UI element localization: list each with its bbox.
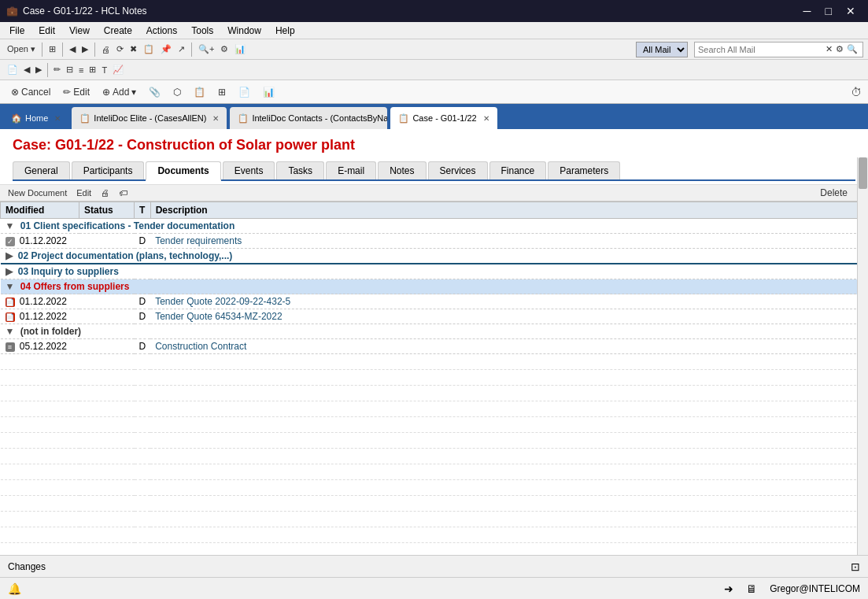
sep2 — [62, 43, 63, 57]
tool3-button[interactable]: 📊 — [232, 43, 248, 55]
table-row-tq1[interactable]: 📄 01.12.2022 D Tender Quote 2022-09-22-4… — [1, 294, 868, 309]
menu-create[interactable]: Create — [98, 24, 139, 38]
menu-edit[interactable]: Edit — [32, 24, 61, 38]
case-tab-close[interactable]: ✕ — [483, 114, 489, 123]
attach-icon: 📎 — [149, 87, 161, 98]
tab-email[interactable]: E-mail — [326, 161, 376, 179]
copy-doc-button[interactable]: 📋 — [189, 85, 210, 99]
tab-participants[interactable]: Participants — [72, 161, 145, 179]
table-row-contract[interactable]: ≡ 05.12.2022 D Construction Contract — [1, 339, 868, 354]
open-button[interactable]: Open ▾ — [5, 43, 38, 55]
forward-button[interactable]: ▶ — [79, 43, 90, 55]
search-go-button[interactable]: 🔍 — [845, 44, 859, 54]
back-button[interactable]: ◀ — [67, 43, 78, 55]
action-bar: ⊗ Cancel ✏ Edit ⊕ Add ▾ 📎 ⬡ 📋 ⊞ 📄 📊 ⏱ — [0, 80, 868, 104]
menu-window[interactable]: Window — [221, 24, 268, 38]
tb2-arrow-right-button[interactable]: ▶ — [33, 64, 44, 76]
cancel-button[interactable]: ⊗ Cancel — [6, 85, 55, 99]
table-row-tender-req[interactable]: ✓ 01.12.2022 D Tender requirements — [1, 234, 868, 249]
cell-type-tq2: D — [135, 309, 151, 324]
maximize-button[interactable]: □ — [819, 3, 838, 19]
folder-row-04[interactable]: ▼ 04 Offers from suppliers — [1, 279, 868, 294]
changes-expand-button[interactable]: ⊡ — [851, 560, 860, 573]
doc-toolbar: New Document Edit 🖨 🏷 Delete — [0, 185, 868, 202]
zoom-in-button[interactable]: 🔍+ — [196, 43, 216, 55]
search-options-button[interactable]: ⚙ — [834, 44, 845, 54]
folder-row-03[interactable]: ▶ 03 Inquiry to suppliers — [1, 264, 868, 279]
chart-action-button[interactable]: 📊 — [258, 85, 279, 99]
folder-expand-02[interactable]: ▶ — [6, 250, 13, 261]
search-clear-button[interactable]: ✕ — [824, 44, 834, 54]
contacts-tab-label: InteliDoc Contacts - (ContactsByName.... — [252, 113, 387, 123]
case-tab-icon: 📋 — [398, 113, 409, 124]
tb2-text-button[interactable]: T — [99, 65, 109, 76]
doc-tag-button[interactable]: 🏷 — [116, 187, 131, 198]
mail-dropdown[interactable]: All Mail — [636, 42, 688, 57]
bell-icon[interactable]: 🔔 — [8, 582, 21, 595]
menu-help[interactable]: Help — [269, 24, 301, 38]
tab-finance[interactable]: Finance — [489, 161, 547, 179]
tb2-marker-button[interactable]: ✏ — [51, 64, 63, 76]
table-row-tq2[interactable]: 📄 01.12.2022 D Tender Quote 64534-MZ-202… — [1, 309, 868, 324]
close-button[interactable]: ✕ — [840, 3, 862, 19]
paste-button[interactable]: 📌 — [158, 43, 174, 55]
chart-action-icon: 📊 — [263, 87, 275, 98]
grid-doc-button[interactable]: ⊞ — [213, 85, 231, 99]
folder-expand-03[interactable]: ▶ — [6, 266, 13, 277]
tab-events[interactable]: Events — [223, 161, 275, 179]
attach-button[interactable]: 📎 — [144, 85, 165, 99]
menu-view[interactable]: View — [63, 24, 96, 38]
stop-button[interactable]: ✖ — [127, 43, 139, 55]
folder-row-01[interactable]: ▼ 01 Client specifications - Tender docu… — [1, 219, 868, 234]
tab-tasks[interactable]: Tasks — [276, 161, 324, 179]
arrow-icon: ➜ — [724, 582, 733, 595]
tab-case[interactable]: 📋 Case - G01-1/22 ✕ — [390, 107, 497, 129]
tab-notes[interactable]: Notes — [378, 161, 426, 179]
tb2-table-button[interactable]: ⊞ — [87, 64, 98, 76]
tab-home[interactable]: 🏠 Home ✕ — [3, 107, 68, 129]
tab-intelidoc-contacts[interactable]: 📋 InteliDoc Contacts - (ContactsByName..… — [230, 107, 387, 129]
tb2-chart-button[interactable]: 📈 — [110, 64, 126, 76]
edit-icon: ✏ — [63, 87, 71, 98]
tab-services[interactable]: Services — [428, 161, 488, 179]
scrollbar[interactable] — [857, 157, 868, 555]
new-document-button[interactable]: New Document — [5, 187, 70, 198]
cancel-label: Cancel — [21, 87, 50, 98]
folder-row-02[interactable]: ▶ 02 Project documentation (plans, techn… — [1, 249, 868, 264]
layers-button[interactable]: ⬡ — [168, 85, 186, 99]
doc-button[interactable]: 📄 — [234, 85, 255, 99]
tb2-doc-button[interactable]: 📄 — [5, 64, 20, 76]
menu-tools[interactable]: Tools — [185, 24, 220, 38]
menu-file[interactable]: File — [3, 24, 31, 38]
copy-button[interactable]: 📋 — [141, 43, 157, 55]
tab-general[interactable]: General — [13, 161, 70, 179]
tab-documents[interactable]: Documents — [146, 161, 220, 181]
clock-icon[interactable]: ⏱ — [851, 86, 862, 98]
window-title: Case - G01-1/22 - HCL Notes — [23, 6, 147, 17]
scrollbar-thumb[interactable] — [859, 157, 867, 189]
menu-actions[interactable]: Actions — [140, 24, 183, 38]
monitor-icon: 🖥 — [746, 582, 757, 595]
folder-expand-nif[interactable]: ▼ — [6, 326, 15, 337]
tool2-button[interactable]: ⚙ — [218, 43, 231, 55]
print-button[interactable]: 🖨 — [99, 44, 113, 55]
elite-tab-close[interactable]: ✕ — [212, 114, 219, 123]
folder-row-nif[interactable]: ▼ (not in folder) — [1, 324, 868, 339]
edit-button[interactable]: ✏ Edit — [58, 85, 94, 99]
folder-expand-01[interactable]: ▼ — [6, 220, 15, 231]
doc-edit-button[interactable]: Edit — [73, 187, 94, 198]
tab-intelidoc-elite[interactable]: 📋 InteliDoc Elite - (CasesAllEN) ✕ — [72, 107, 227, 129]
search-input[interactable] — [698, 45, 824, 54]
tab-parameters[interactable]: Parameters — [548, 161, 620, 179]
minimize-button[interactable]: ─ — [797, 3, 818, 19]
grid-button[interactable]: ⊞ — [46, 43, 58, 55]
add-button[interactable]: ⊕ Add ▾ — [98, 85, 141, 99]
tb2-indent-button[interactable]: ⊟ — [64, 64, 76, 76]
refresh-button[interactable]: ⟳ — [114, 43, 126, 55]
folder-expand-04[interactable]: ▼ — [6, 281, 15, 292]
home-tab-close[interactable]: ✕ — [54, 114, 61, 123]
tb2-format-button[interactable]: ≡ — [76, 65, 86, 76]
tb2-arrow-left-button[interactable]: ◀ — [21, 64, 32, 76]
move-button[interactable]: ↗ — [175, 43, 187, 55]
doc-print-button[interactable]: 🖨 — [98, 187, 113, 198]
